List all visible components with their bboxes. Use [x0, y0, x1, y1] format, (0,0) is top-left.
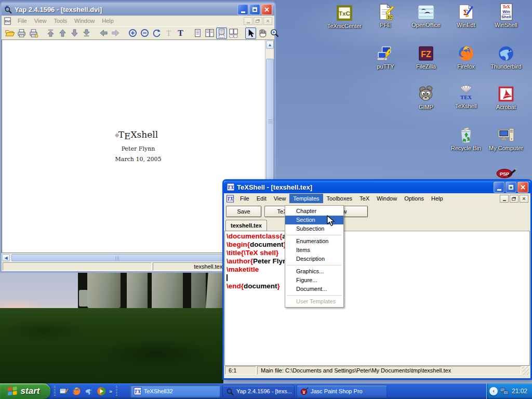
- yap-menu-file[interactable]: File: [14, 16, 31, 25]
- yap-menu-view[interactable]: View: [31, 16, 50, 25]
- texshell-menu-tex[interactable]: TeX: [356, 194, 373, 203]
- menu-item-chapter[interactable]: Chapter: [285, 207, 343, 216]
- quicklaunch-overflow-chevron[interactable]: »: [109, 388, 112, 394]
- taskbar-button-texshell32[interactable]: TXTeXShell32: [130, 385, 220, 397]
- print-setup-icon[interactable]: [28, 28, 39, 39]
- page-double-icon[interactable]: [204, 28, 215, 39]
- network-status-icon[interactable]: [500, 387, 509, 396]
- first-page-icon[interactable]: [45, 28, 56, 39]
- editor-line[interactable]: \end{document}: [227, 282, 529, 290]
- resize-grip[interactable]: [522, 366, 529, 375]
- quicklaunch-grip[interactable]: [54, 386, 56, 396]
- editor-line[interactable]: \author{Peter Flynn}: [227, 257, 529, 265]
- yap-maximize-button[interactable]: [249, 4, 260, 15]
- print-icon[interactable]: [16, 28, 27, 39]
- yap-mdi-minimize[interactable]: [244, 17, 252, 25]
- editor-line[interactable]: \documentclass{a: [227, 232, 529, 241]
- texshell-menu-toolboxes[interactable]: Toolboxes: [323, 194, 356, 203]
- texshell-menu-options[interactable]: Options: [401, 194, 428, 203]
- texshell-menu-help[interactable]: Help: [428, 194, 447, 203]
- zoom-in-icon[interactable]: [127, 28, 138, 39]
- yap-titlebar[interactable]: Yap 2.4.1596 - [texshell.dvi] ×: [2, 3, 274, 16]
- menu-item-figure[interactable]: Figure...: [285, 276, 343, 285]
- menu-item-description[interactable]: Description: [285, 255, 343, 263]
- taskbar-button-yap-2-4-1596-texs[interactable]: Yap 2.4.1596 - [texs...: [222, 385, 295, 397]
- yap-mdi-restore[interactable]: [254, 17, 262, 25]
- desktop-icon-acrobat[interactable]: Acrobat: [486, 85, 526, 110]
- texshell-close-button[interactable]: ×: [517, 182, 528, 193]
- zoom-out-icon[interactable]: [139, 28, 150, 39]
- last-page-icon[interactable]: [81, 28, 92, 39]
- ruler-t-icon[interactable]: T: [163, 28, 174, 39]
- mdi-close-button[interactable]: ×: [520, 195, 528, 203]
- quicklaunch-media-player-icon[interactable]: [96, 386, 107, 396]
- editor-line[interactable]: [227, 274, 529, 282]
- next-page-icon[interactable]: [69, 28, 80, 39]
- texshell-menu-view[interactable]: View: [270, 194, 290, 203]
- texshell-editor[interactable]: \documentclass{a\begin{document}\title{\…: [224, 231, 530, 366]
- taskbar-button-jasc-paint-shop-pro[interactable]: 8Jasc Paint Shop Pro: [297, 385, 387, 397]
- yap-minimize-button[interactable]: [237, 4, 248, 15]
- quicklaunch-firefox-icon[interactable]: [71, 386, 82, 396]
- hand-tool-icon[interactable]: [257, 28, 268, 39]
- editor-line[interactable]: \begin{document}: [227, 241, 529, 249]
- text-t-icon[interactable]: T: [175, 28, 186, 39]
- desktop-icon-recyclebin[interactable]: Recycle Bin: [446, 126, 486, 151]
- texshell-titlebar[interactable]: TX TeXShell - [texshell.tex] ×: [224, 181, 530, 193]
- yap-menu-tools[interactable]: Tools: [50, 16, 71, 25]
- editor-line[interactable]: \title{\TeX shell}: [227, 249, 529, 257]
- start-button[interactable]: start: [0, 383, 50, 399]
- menu-item-items[interactable]: Items: [285, 246, 343, 255]
- save-button[interactable]: Save: [226, 206, 261, 217]
- scroll-thumb[interactable]: [266, 59, 274, 184]
- quicklaunch-thunderbird-icon[interactable]: [84, 386, 94, 396]
- forward-icon[interactable]: [110, 28, 121, 39]
- back-icon[interactable]: [98, 28, 109, 39]
- quicklaunch-show-desktop-icon[interactable]: [59, 386, 69, 396]
- yap-menu-help[interactable]: Help: [98, 16, 117, 25]
- menu-item-document[interactable]: Document...: [285, 285, 343, 294]
- open-icon[interactable]: [4, 28, 15, 39]
- texshell-menu-edit[interactable]: Edit: [253, 194, 270, 203]
- desktop-icon-winshell[interactable]: TeXWinShellWinShell: [486, 3, 526, 28]
- select-arrow-icon[interactable]: [245, 28, 256, 39]
- texshell-maximize-button[interactable]: [506, 182, 516, 193]
- scroll-up-button[interactable]: ▲: [266, 41, 274, 49]
- texshell-menu-templates[interactable]: Templates: [289, 194, 323, 203]
- taskbar-clock[interactable]: 21:02: [512, 388, 527, 395]
- desktop-icon-texniccenter[interactable]: TxCTeXnicCenter: [324, 4, 365, 29]
- desktop-icon-filezilla[interactable]: FZFileZilla: [406, 45, 446, 70]
- tray-collapse-chevron[interactable]: ‹: [489, 387, 498, 395]
- desktop-icon-texshell[interactable]: TEXTeXshell: [446, 84, 486, 109]
- page-continuous-double-icon[interactable]: [228, 28, 239, 39]
- page-single-icon[interactable]: [192, 28, 203, 39]
- desktop-icon-openoffice[interactable]: OpenOffice: [406, 3, 446, 28]
- desktop-icon-mycomputer[interactable]: My Computer: [486, 126, 526, 151]
- tab-texshell-tex[interactable]: texshell.tex: [225, 220, 267, 231]
- texshell-menu-file[interactable]: File: [236, 194, 253, 203]
- menu-item-enumeration[interactable]: Enumeration: [285, 237, 343, 246]
- desktop-icon-putty[interactable]: puTTY: [365, 45, 406, 70]
- page-continuous-icon[interactable]: [216, 28, 227, 39]
- yap-mdi-close[interactable]: ×: [263, 17, 272, 25]
- quicklaunch-grip[interactable]: [116, 386, 117, 396]
- yap-close-button[interactable]: ×: [261, 4, 272, 15]
- magnifier-tool-icon[interactable]: [269, 28, 280, 39]
- mdi-minimize-button[interactable]: [500, 195, 509, 203]
- texshell-menu-window[interactable]: Window: [373, 194, 401, 203]
- desktop-icon-gimp[interactable]: GIMP: [406, 85, 446, 110]
- desktop-icon-pfe[interactable]: 32PFE: [365, 3, 406, 28]
- mdi-restore-button[interactable]: [510, 195, 518, 203]
- hscroll-thumb[interactable]: [11, 254, 223, 261]
- scroll-left-button[interactable]: ◀: [2, 254, 10, 261]
- texshell-minimize-button[interactable]: [494, 182, 504, 193]
- editor-line[interactable]: \maketitle: [227, 265, 529, 274]
- desktop-icon-firefox[interactable]: Firefox: [446, 45, 486, 70]
- desktop-icon-winedt[interactable]: ΣWinEdt: [446, 3, 486, 28]
- refresh-icon[interactable]: [151, 28, 162, 39]
- prev-page-icon[interactable]: [57, 28, 68, 39]
- desktop-icon-psp[interactable]: PSP: [486, 168, 526, 179]
- yap-menu-window[interactable]: Window: [71, 16, 98, 25]
- menu-item-graphics[interactable]: Graphics...: [285, 267, 343, 276]
- desktop-icon-thunderbird[interactable]: Thunderbird: [486, 45, 526, 70]
